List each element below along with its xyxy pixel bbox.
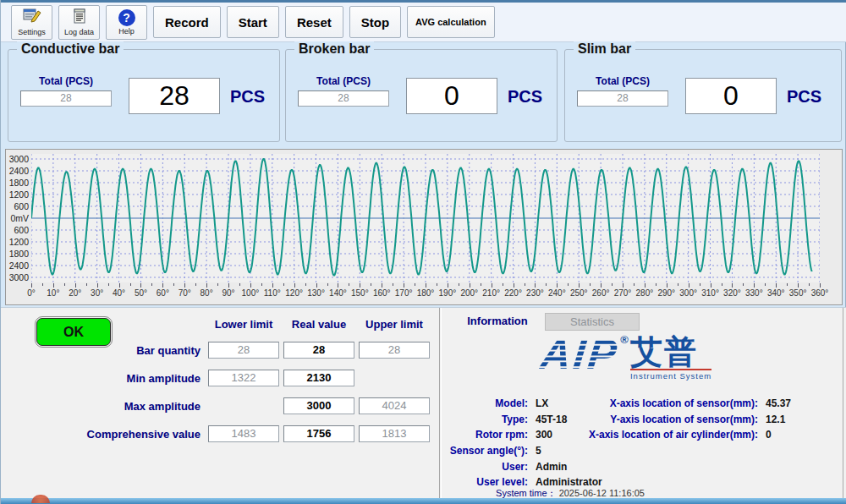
y-tick-label: 2400: [8, 260, 29, 271]
x-tick-mark: [481, 283, 481, 286]
log-data-button[interactable]: Log data: [58, 5, 100, 40]
tab-information[interactable]: Information: [450, 313, 545, 331]
x-tick-mark: [448, 283, 448, 288]
x-tick-mark: [568, 283, 569, 286]
broken-count-display: 0: [406, 78, 497, 114]
broken-bar-title: Broken bar: [294, 41, 374, 57]
results-cell-lower[interactable]: 1483: [208, 425, 279, 442]
results-cell-real[interactable]: 2130: [283, 370, 354, 386]
x-tick-mark: [119, 283, 120, 288]
y-tick-label: 600: [8, 201, 29, 211]
x-tick-mark: [415, 283, 415, 286]
x-tick-mark: [338, 283, 338, 288]
x-tick-mark: [459, 283, 459, 286]
x-tick-mark: [53, 283, 54, 288]
x-tick-mark: [612, 283, 613, 286]
waveform-line: [31, 159, 812, 275]
info-row: X-axis location of sensor(mm):45.37: [543, 396, 839, 412]
info-fields-right: X-axis location of sensor(mm):45.37Y-axi…: [543, 396, 839, 443]
broken-total-label: Total (PCS): [298, 75, 389, 87]
x-tick-mark: [514, 283, 514, 288]
record-button[interactable]: Record: [153, 6, 221, 38]
x-tick-mark: [590, 283, 591, 286]
results-cell-upper[interactable]: 28: [359, 342, 430, 359]
x-tick-mark: [327, 283, 328, 286]
x-tick-mark: [404, 283, 404, 288]
results-cell-real[interactable]: 1756: [283, 425, 354, 442]
panel-divider: [439, 308, 442, 500]
results-row-label: Bar quantity: [28, 344, 204, 357]
registered-mark-icon: ®: [620, 333, 629, 346]
x-tick-mark: [743, 283, 744, 286]
results-cell-real[interactable]: 28: [283, 342, 354, 359]
help-button[interactable]: ? Help: [106, 5, 147, 40]
x-tick-mark: [656, 283, 656, 286]
x-tick-mark: [42, 283, 43, 286]
settings-icon: [23, 8, 41, 27]
slim-total-input[interactable]: 28: [577, 90, 668, 107]
x-tick-mark: [195, 283, 196, 286]
info-row: Sensor angle(°):5: [445, 443, 665, 459]
x-tick-mark: [360, 283, 360, 288]
start-button[interactable]: Start: [227, 6, 279, 38]
y-tick-label: 3000: [8, 272, 29, 282]
broken-bar-panel: Broken bar Total (PCS) 28 0 PCS: [285, 49, 558, 142]
results-cell-upper[interactable]: 1813: [359, 425, 430, 442]
x-tick-mark: [86, 283, 87, 286]
x-tick-mark: [546, 283, 547, 286]
info-label: Type:: [445, 414, 528, 425]
x-tick-mark: [503, 283, 503, 286]
info-label: Model:: [445, 397, 528, 409]
avg-calculation-button[interactable]: AVG calculation: [407, 6, 495, 38]
x-tick-mark: [634, 283, 634, 286]
x-tick-mark: [228, 283, 229, 288]
x-tick-label: 360°: [807, 288, 832, 298]
info-row: X-axis location of air cylinder(mm):0: [543, 427, 839, 443]
info-row: Y-axis location of sensor(mm):12.1: [543, 412, 839, 428]
aip-logo-subtitle: Instrument System: [630, 369, 711, 381]
x-tick-mark: [305, 283, 306, 286]
conductive-pcs-label: PCS: [230, 87, 265, 107]
results-cell-empty: [359, 370, 430, 386]
reset-button[interactable]: Reset: [285, 6, 343, 38]
tab-statistics[interactable]: Statistics: [545, 313, 640, 331]
x-tick-mark: [316, 283, 317, 288]
x-tick-mark: [173, 283, 174, 286]
results-row-label: Comprehensive value: [28, 428, 204, 441]
info-value: 12.1: [766, 414, 785, 425]
info-tabs: Information Statistics: [450, 313, 640, 331]
bottom-section: OK Lower limitReal valueUpper limitBar q…: [1, 307, 846, 499]
conductive-total-label: Total (PCS): [20, 75, 112, 87]
x-tick-mark: [130, 283, 131, 286]
x-tick-mark: [393, 283, 393, 286]
y-tick-label: 3000: [8, 154, 29, 164]
stop-button[interactable]: Stop: [349, 6, 401, 38]
settings-button[interactable]: Settings: [11, 5, 52, 40]
results-row-label: Min amplitude: [28, 372, 204, 385]
results-cell-real[interactable]: 3000: [283, 397, 354, 414]
results-cell-upper[interactable]: 4024: [359, 397, 430, 414]
results-cell-lower[interactable]: 28: [208, 342, 279, 359]
results-header-0: Lower limit: [208, 318, 279, 331]
x-tick-mark: [162, 283, 163, 288]
x-tick-mark: [754, 283, 755, 288]
broken-pcs-label: PCS: [508, 87, 542, 107]
y-tick-label: 0mV: [8, 213, 29, 223]
x-tick-mark: [601, 283, 602, 288]
info-label: X-axis location of air cylinder(mm):: [543, 429, 758, 441]
results-cell-lower[interactable]: 1322: [208, 370, 279, 386]
x-tick-mark: [206, 283, 207, 288]
x-tick-mark: [787, 283, 788, 286]
info-value: 45.37: [766, 397, 791, 409]
y-tick-label: 600: [8, 225, 29, 235]
aip-logo: AIP ® 艾普 Instrument System: [541, 335, 711, 381]
results-header-2: Upper limit: [359, 318, 430, 331]
conductive-total-input[interactable]: 28: [20, 90, 112, 107]
x-tick-mark: [294, 283, 295, 288]
x-tick-mark: [623, 283, 624, 288]
info-value: 5: [536, 445, 541, 457]
broken-total-input[interactable]: 28: [298, 90, 389, 107]
info-label: Sensor angle(°):: [445, 445, 528, 457]
results-panel: OK Lower limitReal valueUpper limitBar q…: [1, 308, 439, 500]
x-tick-mark: [765, 283, 766, 286]
